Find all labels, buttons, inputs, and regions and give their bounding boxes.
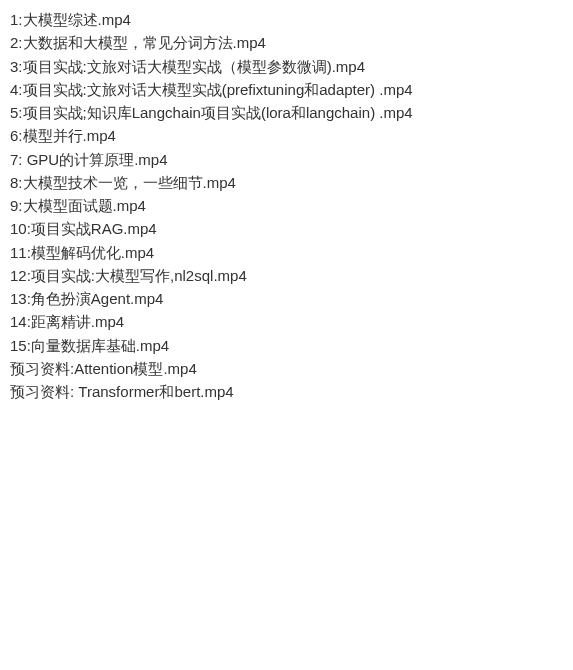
list-item: 3:项目实战:文旅对话大模型实战（模型参数微调).mp4 [10,55,563,78]
list-item: 预习资料: Transformer和bert.mp4 [10,380,563,403]
list-item: 13:角色扮演Agent.mp4 [10,287,563,310]
list-item: 6:模型并行.mp4 [10,124,563,147]
list-item: 11:模型解码优化.mp4 [10,241,563,264]
file-list: 1:大模型综述.mp4 2:大数据和大模型，常见分词方法.mp4 3:项目实战:… [10,8,563,403]
list-item: 14:距离精讲.mp4 [10,310,563,333]
list-item: 10:项目实战RAG.mp4 [10,217,563,240]
list-item: 7: GPU的计算原理.mp4 [10,148,563,171]
list-item: 1:大模型综述.mp4 [10,8,563,31]
list-item: 4:项目实战:文旅对话大模型实战(prefixtuning和adapter) .… [10,78,563,101]
list-item: 9:大模型面试题.mp4 [10,194,563,217]
list-item: 15:向量数据库基础.mp4 [10,334,563,357]
list-item: 预习资料:Attention模型.mp4 [10,357,563,380]
list-item: 8:大模型技术一览，一些细节.mp4 [10,171,563,194]
list-item: 2:大数据和大模型，常见分词方法.mp4 [10,31,563,54]
list-item: 5:项目实战;知识库Langchain项目实战(lora和langchain) … [10,101,563,124]
list-item: 12:项目实战:大模型写作,nl2sql.mp4 [10,264,563,287]
